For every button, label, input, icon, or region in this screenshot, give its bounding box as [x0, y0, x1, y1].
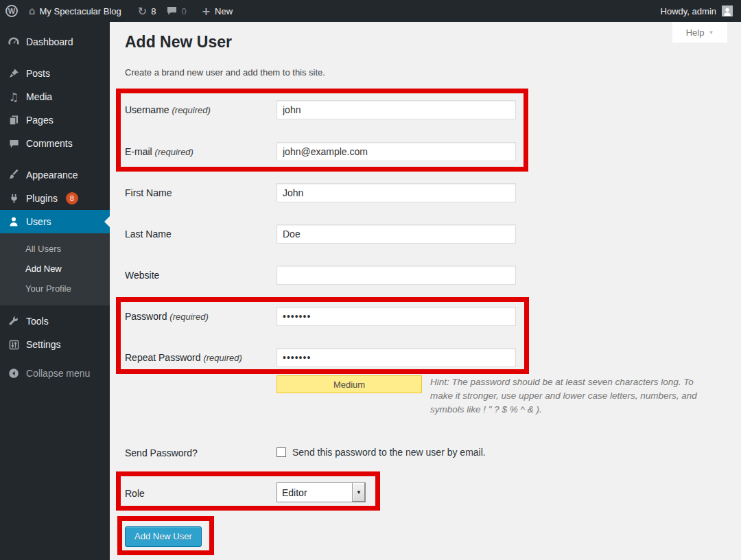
sidebar-item-users[interactable]: Users: [0, 210, 110, 233]
sidebar-item-posts[interactable]: Posts: [0, 62, 110, 85]
send-password-label: Send Password?: [125, 447, 198, 458]
new-content-menu[interactable]: + New: [196, 0, 238, 22]
password-strength-meter: Medium: [277, 375, 422, 393]
sidebar-item-plugins[interactable]: Plugins 8: [0, 187, 110, 210]
website-label: Website: [125, 270, 159, 281]
sidebar-item-label: Plugins: [26, 193, 58, 204]
admin-bar: W ⌂ My Spectacular Blog ↻ 8 0 + New Howd…: [0, 0, 741, 22]
chevron-down-icon: ▼: [708, 30, 714, 36]
submenu-item-add-new[interactable]: Add New: [0, 259, 110, 279]
role-select[interactable]: Editor ▼: [277, 482, 366, 502]
help-label: Help: [686, 27, 705, 38]
comments-bubble-icon: [7, 138, 21, 149]
site-name-label: My Spectacular Blog: [40, 6, 121, 16]
sidebar-item-pages[interactable]: Pages: [0, 108, 110, 132]
tools-wrench-icon: [7, 316, 21, 327]
last-name-field[interactable]: [277, 224, 516, 244]
appearance-brush-icon: [7, 170, 21, 180]
sidebar-item-label: Dashboard: [26, 36, 73, 47]
pages-icon: [7, 115, 21, 126]
repeat-password-label: Repeat Password (required): [125, 352, 242, 363]
submenu-item-all-users[interactable]: All Users: [0, 239, 110, 259]
main-content: Help ▼ Add New User Create a brand new u…: [110, 22, 741, 560]
password-field[interactable]: [277, 307, 516, 326]
sidebar-item-label: Comments: [26, 138, 73, 149]
posts-pin-icon: [7, 68, 21, 79]
add-new-user-button[interactable]: Add New User: [125, 526, 202, 547]
users-submenu: All Users Add New Your Profile: [0, 233, 110, 305]
sidebar-item-comments[interactable]: Comments: [0, 132, 110, 155]
avatar[interactable]: [722, 5, 733, 16]
sidebar-item-appearance[interactable]: Appearance: [0, 163, 110, 187]
site-name-link[interactable]: ⌂ My Spectacular Blog: [23, 0, 127, 22]
collapse-arrow-icon: [7, 368, 21, 379]
wordpress-logo-icon: W: [5, 5, 18, 17]
admin-sidebar: Dashboard Posts ♫ Media Pages Comments: [0, 22, 110, 560]
first-name-label: First Name: [125, 187, 172, 198]
send-password-text: Send this password to the new user by em…: [292, 447, 486, 458]
sidebar-item-media[interactable]: ♫ Media: [0, 85, 110, 108]
users-icon: [7, 216, 21, 227]
chevron-down-icon: ▼: [356, 489, 362, 495]
last-name-label: Last Name: [125, 229, 172, 240]
sidebar-item-label: Appearance: [26, 170, 78, 180]
update-count: 8: [151, 6, 156, 16]
sidebar-item-settings[interactable]: Settings: [0, 333, 110, 356]
submenu-item-your-profile[interactable]: Your Profile: [0, 279, 110, 299]
role-label: Role: [125, 488, 145, 499]
username-label: Username (required): [125, 104, 211, 115]
home-icon: ⌂: [29, 5, 36, 17]
username-field[interactable]: [277, 100, 516, 119]
email-label: E-mail (required): [125, 146, 193, 157]
sidebar-item-tools[interactable]: Tools: [0, 310, 110, 333]
password-hint: Hint: The password should be at least se…: [430, 377, 697, 415]
page-intro: Create a brand new user and add them to …: [125, 67, 325, 78]
collapse-menu-label: Collapse menu: [26, 368, 90, 379]
email-field[interactable]: [277, 142, 516, 161]
updates-link[interactable]: ↻ 8: [132, 0, 162, 22]
repeat-password-field[interactable]: [277, 348, 516, 367]
new-label: New: [215, 6, 233, 16]
sidebar-item-label: Posts: [26, 68, 50, 79]
website-field[interactable]: [277, 266, 516, 285]
help-tab[interactable]: Help ▼: [672, 22, 727, 43]
wp-logo-menu[interactable]: W: [0, 0, 23, 22]
sidebar-item-label: Settings: [26, 339, 61, 350]
plugins-plug-icon: [7, 193, 21, 204]
collapse-menu-button[interactable]: Collapse menu: [0, 362, 110, 385]
password-strength-area: Medium Hint: The password should be at l…: [277, 375, 711, 417]
role-selected-value: Editor: [277, 487, 352, 498]
settings-sliders-icon: [7, 339, 21, 350]
howdy-text[interactable]: Howdy, admin: [661, 6, 716, 16]
page-title: Add New User: [125, 33, 232, 51]
sidebar-item-label: Tools: [26, 316, 49, 327]
media-note-icon: ♫: [7, 91, 21, 102]
dashboard-icon: [7, 36, 21, 47]
comment-bubble-icon: [167, 6, 177, 16]
sidebar-item-label: Media: [26, 91, 52, 102]
sidebar-item-dashboard[interactable]: Dashboard: [0, 30, 110, 54]
select-dropdown-button[interactable]: ▼: [352, 483, 365, 502]
comment-count: 0: [181, 6, 186, 16]
first-name-field[interactable]: [277, 183, 516, 202]
sidebar-item-label: Users: [26, 216, 51, 227]
sidebar-item-label: Pages: [26, 115, 54, 126]
update-icon: ↻: [138, 5, 147, 18]
send-password-checkbox[interactable]: [277, 447, 286, 457]
comments-link[interactable]: 0: [161, 0, 191, 22]
plus-icon: +: [202, 5, 211, 18]
password-label: Password (required): [125, 311, 209, 322]
plugins-update-badge: 8: [66, 192, 78, 205]
user-silhouette-icon: [722, 7, 732, 16]
active-menu-arrow: [104, 216, 110, 227]
